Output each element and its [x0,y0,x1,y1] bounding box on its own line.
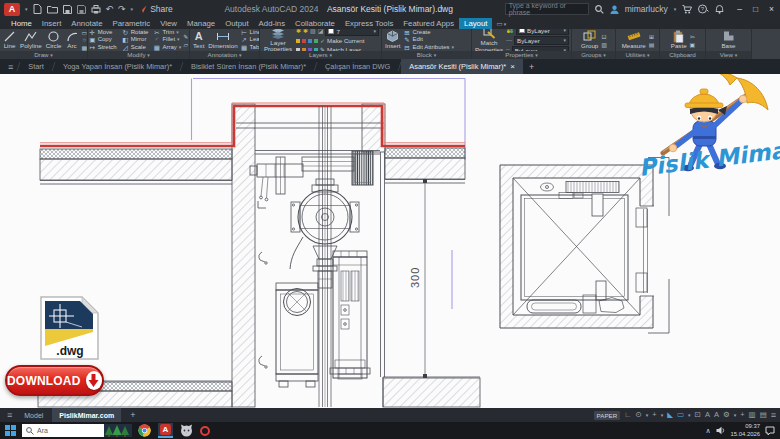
insert-block-tool[interactable]: Insert [384,29,401,51]
ribbon-tab-express-tools[interactable]: Express Tools [340,18,398,29]
ortho-mode-icon[interactable]: ∟ [624,411,631,419]
ribbon-tab-output[interactable]: Output [220,18,253,29]
text-tool[interactable]: A Text [192,29,205,51]
properties-panel-label[interactable]: Properties ▾ [472,51,571,59]
base-view-tool[interactable]: Base [720,29,736,51]
modify-panel-label[interactable]: Modify ▾ [88,51,189,59]
autocad-logo[interactable]: A [4,3,20,16]
copy-tool[interactable]: ▣Copy [89,36,117,43]
edit-attributes-tool[interactable]: ⊟Edit Attributes▾ [403,44,454,51]
table-tool[interactable]: ▦Table [241,44,259,51]
search-highlights-image[interactable] [104,424,132,437]
ribbon-tab-collaborate[interactable]: Collaborate [290,18,340,29]
drawing-area[interactable]: 300 [0,74,780,408]
cat-app-icon[interactable] [180,424,193,437]
id-point-icon[interactable]: ▤ [649,41,655,48]
volume-icon[interactable] [716,426,726,435]
ribbon-tab-featured-apps[interactable]: Featured Apps [398,18,459,29]
keyword-search-input[interactable]: Type a keyword or phrase [505,3,589,15]
tray-expand-icon[interactable]: ∧ [705,427,710,435]
move-tool[interactable]: ✛Move [89,29,117,36]
ribbon-tab-annotate[interactable]: Annotate [66,18,107,29]
tab-start[interactable]: Start [20,59,52,74]
gear-chevron-icon[interactable]: ▾ [734,411,737,419]
snap-mode-icon[interactable]: + [652,411,656,419]
opera-icon[interactable] [200,426,210,436]
tab-calisan-insan[interactable]: Çalışan İnsan DWG [317,59,398,74]
open-folder-icon[interactable] [47,5,58,14]
match-properties-tool[interactable]: Match Properties [474,29,504,51]
quick-select-icon[interactable]: ⊞ [649,33,655,40]
cut-icon[interactable]: ✂ [690,33,696,40]
group-edit-icon[interactable]: ▥ [601,41,607,48]
cart-icon[interactable] [682,5,692,14]
leader-tool[interactable]: ↗Leader [241,36,259,43]
rectangle-icon[interactable]: ▭ [82,29,88,36]
plot-printer-icon[interactable] [91,5,101,14]
workspace-chevron-icon[interactable]: ▾ [688,411,691,419]
ribbon-tab-layout[interactable]: Layout [459,18,492,29]
polyline-tool[interactable]: Polyline [19,29,43,51]
layer-plot-icon[interactable]: ◪ [318,29,324,35]
snap-chevron-icon[interactable]: ▾ [661,411,664,419]
array-tool[interactable]: ▦Array▾ [153,44,181,51]
object-color-dropdown[interactable]: ByLayer▾ [516,29,569,35]
save-icon[interactable] [63,5,72,14]
new-file-icon[interactable] [33,4,42,14]
color-palette-icon[interactable] [506,29,514,34]
circle-tool[interactable]: Circle [45,29,63,51]
workspace-switching-icon[interactable]: ▭ [677,411,684,419]
utilities-panel-label[interactable]: Utilities ▾ [616,51,659,59]
chrome-icon[interactable] [138,424,151,437]
arc-tool[interactable]: Arc [65,29,80,51]
isodraft-icon[interactable]: ◣ [667,411,673,419]
redo-icon[interactable]: ↷ [118,4,126,14]
annotation-visibility-icon[interactable]: A [705,411,710,419]
paper-space-badge[interactable]: PAPER [594,411,621,420]
ribbon-tab-home[interactable]: Home [6,18,37,29]
lineweight-dropdown[interactable]: ByLayer▾ [514,36,569,45]
stretch-tool[interactable]: ↦Stretch [89,44,117,51]
start-button[interactable] [5,425,16,436]
close-button[interactable]: × [769,4,774,14]
rotate-tool[interactable]: ↻Rotate [122,29,149,36]
ribbon-tab-parametric[interactable]: Parametric [108,18,156,29]
ribbon-tab-manage[interactable]: Manage [182,18,220,29]
isolate-objects-icon[interactable]: ▥ [749,411,756,419]
object-snap-icon[interactable]: ⊡ [695,411,701,419]
tab-bisiklet-suren-insan[interactable]: Bisiklet Süren İnsan (Pislik Mimar)* [183,59,314,74]
scale-tool[interactable]: ◿Scale [122,44,149,51]
polar-chevron-icon[interactable]: ▾ [646,411,649,419]
taskbar-search-input[interactable]: Ara [22,424,132,437]
layout-tabs-menu-icon[interactable]: ≡ [4,411,15,419]
add-status-icon[interactable]: + [740,411,744,419]
draw-panel-label[interactable]: Draw ▾ [0,51,87,59]
save-as-icon[interactable] [77,5,86,14]
ungroup-icon[interactable]: ⊡ [601,33,607,40]
layer-lock-icon[interactable]: ▨ [310,29,316,35]
measure-tool[interactable]: Measure [621,29,647,51]
customization-menu-icon[interactable]: ≡ [771,411,776,419]
settings-gear-icon[interactable]: ⚙ [723,411,730,419]
maximize-button[interactable]: □ [753,4,758,14]
share-button[interactable]: Share [138,4,173,14]
dimension-tool[interactable]: Dimension [207,29,238,51]
username[interactable]: mimarlucky [625,4,668,14]
download-button[interactable]: DOWNLOAD [5,365,104,396]
model-tab[interactable]: Model [17,408,50,422]
copy-clip-icon[interactable]: ▣ [690,41,696,48]
erase-pencil-icon[interactable]: ✎ [183,33,188,40]
group-tool[interactable]: Group [580,29,599,51]
layer-properties-tool[interactable]: Layer Properties [262,29,294,51]
search-icon[interactable] [595,5,604,14]
ribbon-options-icon[interactable]: ▭▾ [496,20,506,28]
clipboard-panel-label[interactable]: Clipboard [660,51,705,59]
view-panel-label[interactable]: View ▾ [706,51,751,59]
layer-on-icon[interactable]: ✱ [296,29,301,35]
polar-tracking-icon[interactable]: ⊙ [635,411,641,419]
qat-dropdown-icon[interactable]: ▾ [131,6,134,12]
close-tab-icon[interactable]: × [510,62,515,71]
edit-block-tool[interactable]: ✎Edit [403,36,454,43]
layers-panel-label[interactable]: Layers ▾ [260,51,381,59]
notification-center-icon[interactable] [765,426,775,436]
